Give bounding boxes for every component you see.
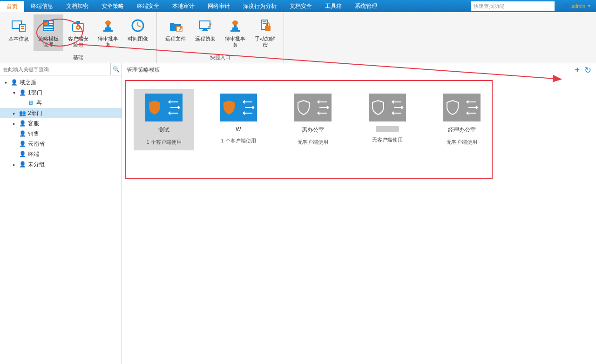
svg-rect-9 [44,29,53,30]
menu-tab-8[interactable]: 文档安全 [283,0,318,12]
tree-item-3[interactable]: ▸👥2部门 [0,108,122,118]
card-usage: 1 个客户端使用 [146,139,181,146]
svg-rect-13 [103,30,113,32]
menu-tab-1[interactable]: 终端信息 [24,0,60,12]
ribbon-btn-template[interactable]: 策略模板管理 [34,14,63,51]
template-card-4[interactable]: 经理办公室无客户端使用 [432,89,492,150]
menu-tab-4[interactable]: 终端安全 [130,0,166,12]
tree-toggle-icon: ▸ [11,121,17,126]
org-tree: ▾👤域之盾▾👤1部门🖥客▸👥2部门▸👤客服👤销售👤云南省👤终端▸👤未分组 [0,75,122,171]
monitor-icon [198,18,213,33]
user-menu[interactable]: 👤admin▼ [558,3,596,9]
tree-node-icon: 👤 [19,120,26,127]
content-body: 测试1 个客户端使用 W1 个客户端使用 禹办公室无客户端使用 无客户端使用 经… [122,77,596,162]
ribbon-btn-folder[interactable]: 远程文件 [161,14,190,51]
ribbon-btn-monitor[interactable]: 远程协助 [190,14,220,51]
stamp-icon [101,18,115,33]
ribbon-btn-package[interactable]: 客户端安装包 [63,14,93,51]
tree-node-icon: 👤 [19,130,26,137]
ribbon-group-label: 基础 [0,53,156,63]
ribbon-group-1: 远程文件远程协助待审批事务手动加解密快捷入口 [157,12,284,63]
card-name: W [236,126,241,133]
sidebar: 🔍 ▾👤域之盾▾👤1部门🖥客▸👥2部门▸👤客服👤销售👤云南省👤终端▸👤未分组 [0,63,122,364]
tree-item-7[interactable]: 👤终端 [0,149,122,159]
menu-tab-3[interactable]: 安全策略 [95,0,130,12]
sidebar-search-input[interactable] [0,63,110,75]
svg-rect-29 [265,26,271,31]
global-search-input[interactable]: 快速查找功能 [471,1,555,11]
sidebar-search: 🔍 [0,63,122,75]
ribbon-btn-info[interactable]: 基本信息 [4,14,34,51]
template-card-2[interactable]: 禹办公室无客户端使用 [283,89,343,150]
template-card-0[interactable]: 测试1 个客户端使用 [134,89,194,150]
menu-tab-2[interactable]: 文档加密 [60,0,95,12]
template-icon [41,18,56,33]
stamp2-icon [228,18,243,33]
ribbon-btn-label: 待审批事务 [97,36,119,48]
tree-node-label: 销售 [28,130,39,138]
card-usage: 无客户端使用 [447,139,477,146]
menu-tab-7[interactable]: 深度行为分析 [237,0,283,12]
add-button[interactable]: + [575,65,580,75]
lock-icon [257,18,272,33]
card-usage: 无客户端使用 [372,136,403,143]
menu-tab-0[interactable]: 首页 [0,1,24,12]
menu-tab-9[interactable]: 工具箱 [318,0,348,12]
header-actions: + ↻ [575,65,591,75]
card-name-redacted [376,126,399,132]
tree-item-2[interactable]: 🖥客 [0,98,122,108]
ribbon-btn-label: 远程文件 [165,36,186,42]
ribbon-btn-lock[interactable]: 手动加解密 [250,14,280,51]
menu-tab-5[interactable]: 本地审计 [166,0,201,12]
top-menu-bar: 首页终端信息文档加密安全策略终端安全本地审计网络审计深度行为分析文档安全工具箱系… [0,0,596,12]
card-name: 测试 [158,126,169,134]
svg-rect-20 [203,28,207,30]
template-card-3[interactable]: 无客户端使用 [357,89,418,150]
template-icon [294,94,332,121]
tree-node-icon: 👤 [19,89,26,96]
search-icon: 🔍 [113,66,120,73]
svg-rect-28 [263,23,266,24]
tree-node-label: 2部门 [28,109,42,117]
svg-rect-5 [44,21,48,25]
ribbon-btn-label: 策略模板管理 [37,36,60,48]
shield-icon [220,94,238,121]
settings-lines-icon [238,94,257,121]
tree-item-6[interactable]: 👤云南省 [0,139,122,149]
tree-item-5[interactable]: 👤销售 [0,128,122,139]
content-panel: 管理策略模板 + ↻ 测试1 个客户端使用 W1 个客户端使用 禹办公室无客户端… [122,63,596,364]
refresh-button[interactable]: ↻ [584,65,591,75]
svg-rect-2 [21,26,24,27]
ribbon-btn-stamp[interactable]: 待审批事务 [93,14,123,51]
svg-rect-7 [49,24,53,25]
menu-tab-10[interactable]: 系统管理 [348,0,384,12]
ribbon-group-label: 快捷入口 [157,53,284,63]
template-cards: 测试1 个客户端使用 W1 个客户端使用 禹办公室无客户端使用 无客户端使用 经… [129,84,589,155]
tree-node-label: 客服 [28,120,39,128]
card-usage: 1 个客户端使用 [221,137,256,144]
tree-toggle-icon: ▸ [11,111,17,116]
template-card-1[interactable]: W1 个客户端使用 [208,89,269,150]
ribbon-btn-label: 基本信息 [8,36,29,42]
card-name: 经理办公室 [448,126,476,134]
svg-rect-3 [21,28,24,29]
ribbon-btn-stamp2[interactable]: 待审批事务 [220,14,250,51]
shield-icon [369,94,387,121]
card-name: 禹办公室 [302,126,324,134]
sidebar-search-button[interactable]: 🔍 [110,63,122,75]
ribbon-btn-clock[interactable]: 时间图像 [123,14,153,51]
main-area: 🔍 ▾👤域之盾▾👤1部门🖥客▸👥2部门▸👤客服👤销售👤云南省👤终端▸👤未分组 管… [0,63,596,364]
card-usage: 无客户端使用 [298,139,328,146]
tree-item-1[interactable]: ▾👤1部门 [0,88,122,98]
shield-icon [294,94,313,121]
info-icon [11,18,26,33]
menu-tab-6[interactable]: 网络审计 [201,0,237,12]
svg-point-25 [232,20,238,25]
tree-item-8[interactable]: ▸👤未分组 [0,159,122,169]
tree-item-0[interactable]: ▾👤域之盾 [0,77,122,88]
tree-item-4[interactable]: ▸👤客服 [0,118,122,128]
tree-node-icon: 👤 [19,141,26,147]
svg-rect-22 [230,30,240,32]
tree-node-label: 1部门 [28,89,42,97]
tree-node-icon: 👤 [10,79,18,86]
